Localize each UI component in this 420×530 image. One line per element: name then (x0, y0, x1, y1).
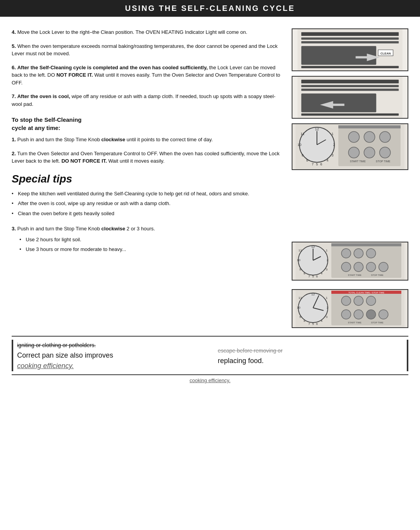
spacer-1 (292, 175, 408, 237)
svg-point-37 (380, 132, 390, 142)
page-header: USING THE SELF-CLEANING CYCLE (0, 0, 420, 17)
escape-text: escape before removing or replacing food… (218, 345, 283, 366)
svg-point-92 (366, 296, 376, 305)
svg-rect-12 (301, 85, 399, 87)
oven-diagram-2 (292, 76, 408, 119)
bottom-left-text: igniting or clothing or potholders. Corr… (12, 340, 210, 371)
svg-text:8: 8 (304, 319, 306, 323)
svg-rect-60 (331, 245, 401, 278)
svg-text:8: 8 (304, 272, 306, 275)
svg-text:9: 9 (301, 153, 303, 157)
tip-2: After the oven is cool, wipe up any resi… (12, 200, 284, 207)
substep-2-text: Turn the Oven Selector and Oven Temperat… (12, 151, 280, 164)
svg-point-91 (354, 296, 363, 305)
tip-3: Clean the oven before it gets heavily so… (12, 210, 284, 218)
svg-text:TOTAL CLEAN TIME / STOP TIME: TOTAL CLEAN TIME / STOP TIME (348, 291, 384, 294)
step-3-tips: 3. Push in and turn the Stop Time Knob c… (12, 225, 284, 253)
svg-point-40 (380, 147, 390, 158)
tip-3-sub-2: Use 3 hours or more for moderate to heav… (19, 246, 284, 253)
svg-text:8: 8 (306, 158, 308, 162)
svg-text:3: 3 (331, 153, 333, 157)
step-6-num: 6. (12, 65, 16, 70)
svg-point-96 (379, 310, 388, 319)
step-3-tips-text: Push in and turn the Stop Time Knob cloc… (17, 226, 155, 232)
svg-point-95 (366, 310, 376, 319)
svg-text:4: 4 (321, 319, 323, 323)
special-tips-section: Special tips Keep the kitchen well venti… (12, 173, 284, 218)
step-5-num: 5. (12, 43, 16, 49)
svg-text:9: 9 (299, 315, 301, 319)
svg-text:10: 10 (297, 258, 301, 262)
svg-text:12: 12 (315, 127, 319, 131)
subsection-title: To stop the Self-Cleaning cycle at any t… (12, 116, 284, 132)
svg-text:12: 12 (312, 293, 315, 296)
left-column: 4. Move the Lock Lever to the right–the … (12, 28, 284, 328)
step-7-num: 7. (12, 93, 16, 99)
tip-3-sub-1: Use 2 hours for light soil. (19, 236, 284, 244)
svg-rect-61 (331, 243, 401, 246)
svg-text:STOP TIME: STOP TIME (376, 160, 390, 163)
svg-text:9: 9 (299, 268, 301, 271)
step-5: 5. When the oven temperature exceeds nor… (12, 42, 284, 58)
svg-rect-1 (301, 32, 399, 36)
svg-text:6: 6 (320, 162, 322, 166)
svg-point-65 (341, 262, 351, 272)
svg-point-66 (354, 262, 363, 272)
svg-text:STOP TIME: STOP TIME (371, 274, 383, 276)
step-7: 7. After the oven is cool, wipe off any … (12, 93, 284, 108)
svg-text:12: 12 (312, 245, 315, 249)
oven-diagram-1: CLEAN (292, 28, 408, 71)
svg-rect-2 (301, 37, 399, 40)
svg-rect-16 (331, 104, 345, 106)
page-title: USING THE SELF-CLEANING CYCLE (125, 4, 295, 12)
svg-point-94 (354, 310, 363, 319)
svg-point-35 (348, 132, 359, 142)
very-bottom-text: cooking efficiency. (189, 377, 230, 383)
svg-point-39 (364, 147, 375, 158)
svg-rect-13 (301, 89, 399, 91)
svg-text:11: 11 (299, 249, 302, 252)
svg-point-90 (341, 296, 351, 305)
svg-text:4: 4 (321, 272, 323, 275)
svg-text:CLEAN: CLEAN (380, 52, 391, 55)
svg-text:10: 10 (297, 306, 301, 309)
stop-cycle-subsection: To stop the Self-Cleaning cycle at any t… (12, 116, 284, 165)
svg-text:11: 11 (301, 132, 304, 136)
svg-text:7: 7 (308, 322, 310, 326)
tip-1: Keep the kitchen well ventilated during … (12, 190, 284, 198)
step-3-sub-bullets: Use 2 hours for light soil. Use 3 hours … (19, 236, 284, 253)
step-5-text: When the oven temperature exceeds normal… (12, 43, 278, 57)
svg-text:4: 4 (326, 158, 328, 162)
svg-point-93 (341, 310, 351, 319)
step-7-bold: After the oven is cool, (17, 93, 70, 99)
svg-text:7: 7 (312, 162, 313, 166)
svg-text:7: 7 (308, 275, 310, 278)
svg-text:START TIME: START TIME (348, 321, 362, 324)
svg-point-64 (366, 249, 376, 258)
svg-text:5: 5 (312, 275, 314, 278)
svg-point-63 (354, 249, 363, 258)
svg-text:11: 11 (299, 296, 302, 300)
bottom-left-normal: Correct pan size also improves (17, 351, 113, 359)
svg-rect-17 (301, 113, 399, 116)
clock-diagram-3: 12 1 11 10 2 9 3 8 4 7 6 5 TOTAL CLEAN T… (292, 289, 408, 328)
svg-point-68 (379, 262, 388, 272)
svg-rect-11 (301, 80, 399, 84)
svg-text:5: 5 (316, 162, 318, 166)
step-4-num: 4. (12, 29, 16, 35)
svg-text:START TIME: START TIME (348, 274, 362, 276)
svg-text:5: 5 (312, 322, 314, 326)
bottom-left-strikethrough: igniting or clothing or potholders. (17, 342, 96, 348)
svg-text:2: 2 (327, 258, 329, 262)
step-6: 6. After the Self-Cleaning cycle is comp… (12, 64, 284, 87)
svg-point-67 (366, 262, 376, 272)
clock-diagram-2: 12 1 11 10 2 9 3 8 4 7 6 5 (292, 242, 408, 281)
bottom-bar: igniting or clothing or potholders. Corr… (12, 336, 408, 375)
right-column: CLEAN (292, 28, 408, 328)
step-4: 4. Move the Lock Lever to the right–the … (12, 28, 284, 36)
substep-1-text: Push in and turn the Stop Time Knob cloc… (17, 137, 213, 142)
main-content: 4. Move the Lock Lever to the right–the … (0, 25, 420, 328)
very-bottom: cooking efficiency. (0, 375, 420, 385)
svg-text:1: 1 (326, 296, 328, 300)
svg-rect-6 (355, 56, 369, 58)
